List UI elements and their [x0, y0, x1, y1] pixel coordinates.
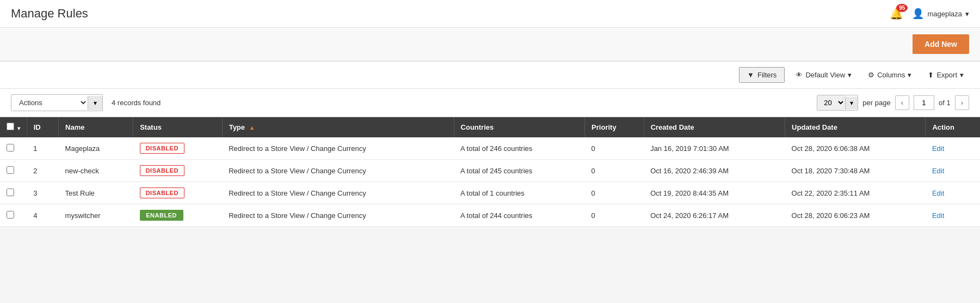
pagination-right: 20 ▾ per page ‹ of 1 › [817, 95, 969, 111]
user-name: mageplaza [927, 10, 962, 18]
edit-link[interactable]: Edit [932, 144, 944, 153]
row-checkbox-cell[interactable] [0, 204, 27, 227]
prev-page-button[interactable]: ‹ [895, 95, 909, 110]
cell-priority: 0 [585, 204, 644, 227]
cell-id: 4 [27, 204, 58, 227]
cell-action[interactable]: Edit [926, 160, 980, 182]
cell-action[interactable]: Edit [926, 204, 980, 227]
cell-created-date: Oct 16, 2020 2:46:39 AM [644, 160, 785, 182]
cell-type: Redirect to a Store View / Change Curren… [222, 182, 454, 204]
user-chevron-icon: ▾ [965, 10, 969, 18]
actions-dropdown-arrow[interactable]: ▾ [88, 96, 102, 110]
cell-type: Redirect to a Store View / Change Curren… [222, 160, 454, 182]
status-badge: DISABLED [140, 187, 184, 198]
cell-id: 3 [27, 182, 58, 204]
eye-icon: 👁 [796, 71, 803, 79]
cell-id: 2 [27, 160, 58, 182]
rules-table: ▾ ID Name Status Type ▲ Countries Priori… [0, 117, 980, 227]
actions-dropdown[interactable]: Actions [11, 95, 88, 111]
cell-name: Mageplaza [59, 137, 133, 160]
page-number-input[interactable] [914, 95, 934, 110]
filters-label: Filters [757, 71, 776, 79]
columns-label: Columns [877, 71, 905, 79]
cell-countries: A total of 1 countries [454, 182, 585, 204]
col-id[interactable]: ID [27, 117, 58, 137]
table-row: 4 myswitcher ENABLED Redirect to a Store… [0, 204, 980, 227]
row-checkbox-3[interactable] [7, 211, 14, 219]
cell-created-date: Jan 16, 2019 7:01:30 AM [644, 137, 785, 160]
cell-updated-date: Oct 18, 2020 7:30:48 AM [785, 160, 926, 182]
filters-button[interactable]: ▼ Filters [739, 67, 785, 83]
next-page-button[interactable]: › [955, 95, 969, 110]
export-chevron-icon: ▾ [960, 71, 964, 79]
page-size-select-wrapper[interactable]: 20 ▾ [817, 95, 858, 111]
top-bar-right: 🔔 95 👤 mageplaza ▾ [890, 7, 969, 20]
cell-name: new-check [59, 160, 133, 182]
cell-priority: 0 [585, 182, 644, 204]
filter-icon: ▼ [747, 71, 754, 79]
row-checkbox-1[interactable] [7, 166, 14, 174]
row-checkbox-2[interactable] [7, 189, 14, 196]
table-row: 1 Mageplaza DISABLED Redirect to a Store… [0, 137, 980, 160]
edit-link[interactable]: Edit [932, 189, 944, 197]
page-size-dropdown[interactable]: 20 [817, 95, 845, 110]
cell-type: Redirect to a Store View / Change Curren… [222, 204, 454, 227]
status-badge: DISABLED [140, 165, 184, 176]
row-checkbox-cell[interactable] [0, 182, 27, 204]
cell-updated-date: Oct 28, 2020 6:06:38 AM [785, 137, 926, 160]
cell-created-date: Oct 19, 2020 8:44:35 AM [644, 182, 785, 204]
export-button[interactable]: ⬆ Export ▾ [922, 68, 969, 82]
records-found: 4 records found [112, 99, 161, 107]
notification-badge: 95 [896, 4, 908, 12]
edit-link[interactable]: Edit [932, 211, 944, 220]
col-created-date[interactable]: Created Date [644, 117, 785, 137]
toolbar-bar: Add New [0, 28, 980, 61]
actions-select-wrapper[interactable]: Actions ▾ [11, 94, 103, 111]
notification-bell[interactable]: 🔔 95 [890, 7, 903, 20]
default-view-button[interactable]: 👁 Default View ▾ [790, 68, 857, 82]
cell-status: DISABLED [133, 182, 223, 204]
cell-type: Redirect to a Store View / Change Curren… [222, 137, 454, 160]
cell-countries: A total of 244 countries [454, 204, 585, 227]
cell-action[interactable]: Edit [926, 182, 980, 204]
columns-button[interactable]: ⚙ Columns ▾ [862, 68, 917, 82]
header-checkbox-cell[interactable]: ▾ [0, 117, 27, 137]
cell-status: DISABLED [133, 160, 223, 182]
table-wrap: ▾ ID Name Status Type ▲ Countries Priori… [0, 117, 980, 227]
col-type[interactable]: Type ▲ [222, 117, 454, 137]
col-status[interactable]: Status [133, 117, 223, 137]
header-checkbox-arrow[interactable]: ▾ [17, 125, 20, 131]
sort-arrow-icon: ▲ [249, 124, 255, 131]
cell-name: myswitcher [59, 204, 133, 227]
col-name[interactable]: Name [59, 117, 133, 137]
row-checkbox-cell[interactable] [0, 137, 27, 160]
col-action[interactable]: Action [926, 117, 980, 137]
row-checkbox-cell[interactable] [0, 160, 27, 182]
table-header-row: ▾ ID Name Status Type ▲ Countries Priori… [0, 117, 980, 137]
export-icon: ⬆ [928, 71, 934, 79]
view-chevron-icon: ▾ [848, 71, 852, 79]
page-size-dropdown-arrow[interactable]: ▾ [845, 96, 858, 110]
cell-id: 1 [27, 137, 58, 160]
col-countries[interactable]: Countries [454, 117, 585, 137]
actions-left: Actions ▾ 4 records found [11, 94, 161, 111]
gear-icon: ⚙ [868, 71, 874, 79]
user-menu[interactable]: 👤 mageplaza ▾ [912, 8, 969, 20]
row-checkbox-0[interactable] [7, 144, 14, 152]
cell-countries: A total of 245 countries [454, 160, 585, 182]
cell-priority: 0 [585, 137, 644, 160]
col-updated-date[interactable]: Updated Date [785, 117, 926, 137]
select-all-checkbox[interactable] [7, 123, 14, 130]
col-priority[interactable]: Priority [585, 117, 644, 137]
cell-countries: A total of 246 countries [454, 137, 585, 160]
cell-action[interactable]: Edit [926, 137, 980, 160]
per-page-label: per page [862, 99, 890, 107]
top-bar: Manage Rules 🔔 95 👤 mageplaza ▾ [0, 0, 980, 28]
cell-priority: 0 [585, 160, 644, 182]
table-row: 3 Test Rule DISABLED Redirect to a Store… [0, 182, 980, 204]
add-new-button[interactable]: Add New [913, 34, 969, 54]
edit-link[interactable]: Edit [932, 167, 944, 175]
cell-status: ENABLED [133, 204, 223, 227]
user-icon: 👤 [912, 8, 924, 20]
cell-status: DISABLED [133, 137, 223, 160]
